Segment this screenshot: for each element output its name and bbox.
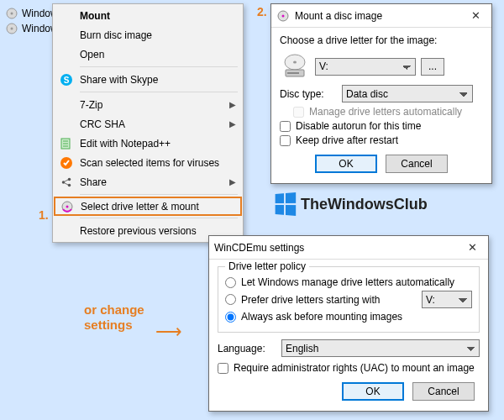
menu-item-skype-share[interactable]: S Share with Skype <box>55 70 241 89</box>
annotation-line: settings <box>84 318 144 333</box>
menu-label: Burn disc image <box>80 29 236 41</box>
menu-label: 7-Zip <box>80 99 229 111</box>
menu-separator <box>80 66 238 67</box>
menu-item-notepadpp[interactable]: Edit with Notepad++ <box>55 134 241 153</box>
brand-text: TheWindowsClub <box>301 196 428 213</box>
checkbox-keep-after-restart[interactable]: Keep drive after restart <box>280 134 483 146</box>
windows-logo-icon <box>276 192 297 216</box>
titlebar: WinCDEmu settings ✕ <box>209 236 488 260</box>
svg-point-14 <box>282 14 285 17</box>
blank-icon <box>58 97 75 113</box>
ok-button[interactable]: OK <box>315 155 377 173</box>
radio-let-windows[interactable]: Let Windows manage drive letters automat… <box>225 276 472 288</box>
menu-label: Share <box>80 176 229 188</box>
dialog-title: WinCDEmu settings <box>214 242 459 254</box>
close-icon: ✕ <box>471 9 480 22</box>
checkbox-manage-auto[interactable]: Manage drive letters automatically <box>293 106 483 118</box>
menu-label: Edit with Notepad++ <box>80 138 236 150</box>
menu-label: Open <box>80 49 236 60</box>
checkbox-label: Require administrator rights (UAC) to mo… <box>234 362 475 374</box>
menu-label: Share with Skype <box>80 74 236 86</box>
radio-input[interactable] <box>225 312 236 323</box>
checkbox-disable-autorun[interactable]: Disable autorun for this time <box>280 120 483 132</box>
blank-icon <box>58 117 75 132</box>
groupbox-legend: Drive letter policy <box>225 260 309 272</box>
radio-input[interactable] <box>225 277 236 288</box>
menu-item-select-drive-mount[interactable]: Select drive letter & mount <box>54 197 242 216</box>
chevron-right-icon: ▶ <box>229 119 236 129</box>
button-label: Cancel <box>428 386 459 397</box>
menu-label: Select drive letter & mount <box>81 201 235 213</box>
checkbox-input[interactable] <box>218 363 228 374</box>
blank-icon <box>58 8 75 24</box>
menu-item-mount[interactable]: Mount <box>55 6 241 25</box>
chevron-right-icon: ▶ <box>229 177 236 186</box>
notepadpp-icon <box>58 136 75 151</box>
iso-file-icon <box>5 22 18 35</box>
language-select[interactable]: English <box>281 339 480 357</box>
step-1-label: 1. <box>39 208 49 222</box>
blank-icon <box>58 47 75 62</box>
browse-button[interactable]: ... <box>421 58 444 76</box>
ok-button[interactable]: OK <box>342 382 404 401</box>
checkbox-input[interactable] <box>280 121 291 132</box>
blank-icon <box>58 28 75 43</box>
language-label: Language: <box>218 343 276 354</box>
checkbox-label: Disable autorun for this time <box>296 120 421 132</box>
groupbox-drive-policy: Drive letter policy Let Windows manage d… <box>218 266 480 333</box>
menu-separator <box>80 92 238 92</box>
skype-icon: S <box>58 72 75 87</box>
svg-point-3 <box>11 28 13 30</box>
drive-letter-select[interactable]: V: <box>315 58 416 76</box>
radio-always-ask[interactable]: Always ask before mounting images <box>225 311 472 323</box>
step-2-label: 2. <box>257 5 267 18</box>
radio-input[interactable] <box>225 294 236 305</box>
share-icon <box>58 175 75 190</box>
context-menu: Mount Burn disc image Open S Share with … <box>52 3 244 243</box>
dialog-title: Mount a disc image <box>295 10 463 22</box>
menu-item-avast-scan[interactable]: Scan selected items for viruses <box>55 153 241 172</box>
menu-item-open[interactable]: Open <box>55 45 241 64</box>
choose-drive-label: Choose a drive letter for the image: <box>280 34 483 46</box>
chevron-right-icon: ▶ <box>229 100 236 109</box>
cancel-button[interactable]: Cancel <box>386 155 448 173</box>
svg-point-1 <box>11 13 13 15</box>
button-label: Cancel <box>401 158 432 170</box>
cancel-button[interactable]: Cancel <box>412 382 475 401</box>
menu-label: Scan selected items for viruses <box>80 157 236 169</box>
button-label: OK <box>365 386 380 397</box>
dialog-wincdemu-settings: WinCDEmu settings ✕ Drive letter policy … <box>208 235 489 412</box>
annotation-text: or change settings <box>84 302 144 333</box>
svg-point-9 <box>68 177 71 181</box>
menu-item-burn-disc[interactable]: Burn disc image <box>55 25 241 45</box>
disc-drive-icon <box>280 51 310 81</box>
checkbox-require-uac[interactable]: Require administrator rights (UAC) to mo… <box>218 362 480 374</box>
ellipsis-icon: ... <box>428 60 437 72</box>
close-button[interactable]: ✕ <box>459 239 485 257</box>
blank-icon <box>58 223 75 239</box>
dialog-mount-disc: Mount a disc image ✕ Choose a drive lett… <box>270 3 492 184</box>
svg-point-10 <box>68 183 71 186</box>
wincdemu-icon <box>276 9 290 23</box>
menu-separator <box>80 194 238 195</box>
wincdemu-icon <box>59 199 76 214</box>
checkbox-input[interactable] <box>293 107 304 118</box>
radio-prefer-letters[interactable]: Prefer drive letters starting with V: <box>225 291 472 308</box>
menu-item-7zip[interactable]: 7-Zip ▶ <box>55 95 241 114</box>
checkbox-label: Manage drive letters automatically <box>309 106 462 118</box>
checkbox-input[interactable] <box>280 135 291 146</box>
close-button[interactable]: ✕ <box>463 7 488 25</box>
disc-type-select[interactable]: Data disc <box>342 85 473 102</box>
radio-label: Always ask before mounting images <box>241 311 402 323</box>
button-label: OK <box>339 158 353 170</box>
radio-label: Let Windows manage drive letters automat… <box>241 276 454 288</box>
iso-file-icon <box>5 7 18 20</box>
menu-item-crc-sha[interactable]: CRC SHA ▶ <box>55 114 241 134</box>
prefer-letter-select[interactable]: V: <box>422 291 472 308</box>
checkbox-label: Keep drive after restart <box>296 134 398 146</box>
close-icon: ✕ <box>468 241 477 254</box>
menu-label: CRC SHA <box>80 118 229 130</box>
disc-type-label: Disc type: <box>280 88 337 100</box>
menu-item-share[interactable]: Share ▶ <box>55 172 241 192</box>
radio-label: Prefer drive letters starting with <box>241 294 380 306</box>
